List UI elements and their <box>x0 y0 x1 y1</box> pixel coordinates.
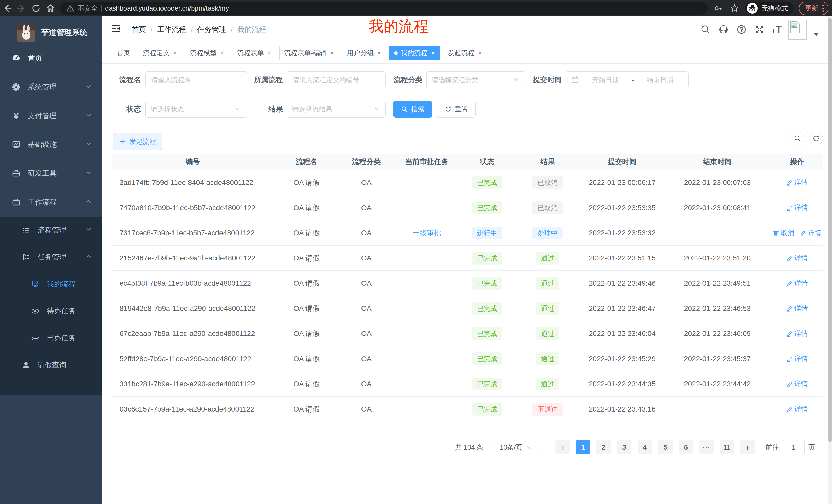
search-button[interactable]: 搜索 <box>393 101 432 118</box>
tab[interactable]: 我的流程 × <box>389 46 440 60</box>
page-scrollbar[interactable] <box>828 17 832 504</box>
filter-name-input[interactable] <box>151 76 241 84</box>
table-row[interactable]: 67c2eaab-7b9a-11ec-a290-acde48001122 OA … <box>112 321 823 346</box>
toggle-search-button[interactable] <box>790 132 805 145</box>
filter-name-field[interactable] <box>145 72 247 88</box>
sidebar-item-process-management[interactable]: 流程管理 <box>0 217 102 244</box>
table-row[interactable]: 2152467e-7b9b-11ec-9a1b-acde48001122 OA … <box>112 246 823 271</box>
cancel-button[interactable]: 取消 <box>773 228 794 237</box>
filter-category-select[interactable]: 请选择流程分类 <box>426 72 525 88</box>
goto-page-input[interactable] <box>783 440 805 454</box>
tab-close-icon[interactable]: × <box>330 49 334 57</box>
detail-button[interactable]: 详情 <box>786 329 808 338</box>
page-number-button[interactable]: 6 <box>679 440 693 454</box>
fullscreen-icon[interactable] <box>754 24 765 35</box>
github-icon[interactable] <box>718 24 729 35</box>
font-size-icon[interactable]: TT <box>772 24 782 35</box>
sidebar-item-dev-tools[interactable]: 研发工具 <box>0 159 102 188</box>
tab[interactable]: 流程表单 × <box>232 46 276 60</box>
tab[interactable]: 流程模型 × <box>185 46 229 60</box>
end-date-placeholder[interactable]: 结束日期 <box>637 76 683 85</box>
page-number-button[interactable]: 2 <box>597 440 611 454</box>
sidebar-item-todo-tasks[interactable]: 待办任务 <box>0 298 102 325</box>
filter-definition-input[interactable] <box>292 76 380 84</box>
tab[interactable]: 用户分组 × <box>342 46 386 60</box>
detail-button[interactable]: 详情 <box>786 254 808 262</box>
tab-close-icon[interactable]: × <box>478 49 482 57</box>
sidebar-item-done-tasks[interactable]: 已办任务 <box>0 325 102 352</box>
page-number-button[interactable]: 3 <box>617 440 631 454</box>
tab-close-icon[interactable]: × <box>267 49 271 57</box>
sidebar-item-workflow[interactable]: 工作流程 <box>0 188 102 217</box>
browser-forward-button[interactable] <box>15 1 29 16</box>
help-icon[interactable] <box>736 24 747 35</box>
breadcrumb-home[interactable]: 首页 <box>132 25 146 34</box>
detail-button[interactable]: 详情 <box>800 228 822 237</box>
start-date-placeholder[interactable]: 开始日期 <box>582 76 629 85</box>
detail-button[interactable]: 详情 <box>786 380 808 388</box>
browser-update-button[interactable]: 更新 <box>799 2 828 15</box>
page-size-select[interactable]: 10条/页 <box>491 440 542 454</box>
avatar[interactable] <box>788 20 807 39</box>
filter-definition-field[interactable] <box>287 72 386 88</box>
page-number-button[interactable]: 4 <box>638 440 652 454</box>
tab-close-icon[interactable]: × <box>173 49 177 57</box>
page-number-button[interactable]: ··· <box>699 440 714 454</box>
table-row[interactable]: 331bc281-7b9a-11ec-a290-acde48001122 OA … <box>112 371 823 397</box>
filter-result-select[interactable]: 请选择流结果 <box>287 101 386 118</box>
scrollbar-thumb[interactable] <box>828 18 832 442</box>
filter-status-select[interactable]: 请选择状态 <box>145 101 247 118</box>
table-row[interactable]: 7470a810-7b9b-11ec-b5b7-acde48001122 OA … <box>112 195 823 220</box>
tab-close-icon[interactable]: × <box>220 49 224 57</box>
browser-reload-button[interactable] <box>29 1 43 16</box>
avatar-dropdown-caret[interactable] <box>813 33 818 36</box>
detail-button[interactable]: 详情 <box>786 304 808 313</box>
search-icon[interactable] <box>700 24 711 35</box>
table-row[interactable]: 52ffd28e-7b9a-11ec-a290-acde48001122 OA … <box>112 346 823 371</box>
refresh-table-button[interactable] <box>809 132 823 145</box>
sidebar-item-task-management[interactable]: 任务管理 <box>0 244 102 271</box>
browser-back-button[interactable] <box>0 1 15 16</box>
sidebar-collapse-button[interactable] <box>110 23 122 34</box>
address-bar[interactable]: 不安全 dashboard.yudao.iocoder.cn/bpm/task/… <box>60 2 708 15</box>
table-row[interactable]: 819442e8-7b9a-11ec-a290-acde48001122 OA … <box>112 296 823 321</box>
prev-page-button[interactable]: ‹ <box>555 440 570 454</box>
sidebar-item-infrastructure[interactable]: 基础设施 <box>0 130 102 159</box>
page-number-button[interactable]: 1 <box>576 440 590 454</box>
tab-close-icon[interactable]: × <box>431 49 435 57</box>
browser-home-button[interactable] <box>43 1 58 16</box>
page-number-button[interactable]: 11 <box>720 440 734 454</box>
tab-close-icon[interactable]: × <box>377 49 381 57</box>
sidebar-item-leave-query[interactable]: 请假查询 <box>0 352 102 379</box>
filter-result-label: 结果 <box>242 101 283 118</box>
detail-button[interactable]: 详情 <box>786 404 808 414</box>
table-row[interactable]: 7317cec6-7b9b-11ec-b5b7-acde48001122 OA … <box>112 220 823 246</box>
tab[interactable]: 发起流程 × <box>443 46 487 60</box>
tab[interactable]: 流程定义 × <box>138 46 182 60</box>
breadcrumb-workflow[interactable]: 工作流程 <box>157 25 186 34</box>
bookmark-star-icon[interactable] <box>729 3 740 14</box>
reset-button[interactable]: 重置 <box>437 101 476 118</box>
sidebar-item-home[interactable]: 首页 <box>0 44 102 73</box>
detail-button[interactable]: 详情 <box>786 203 808 212</box>
current-task-link[interactable]: 一级审批 <box>412 229 441 237</box>
page-number-button[interactable]: 5 <box>658 440 673 454</box>
table-row[interactable]: 3ad174fb-7b9d-11ec-8404-acde48001122 OA … <box>112 170 823 195</box>
create-process-button[interactable]: 发起流程 <box>113 133 162 150</box>
sidebar-item-payment[interactable]: ¥ 支付管理 <box>0 102 102 130</box>
password-key-icon[interactable] <box>712 3 724 14</box>
sidebar-item-my-process[interactable]: 我的流程 <box>0 271 102 298</box>
tab[interactable]: 流程表单-编辑 × <box>280 46 339 60</box>
sidebar-item-system[interactable]: 系统管理 <box>0 73 102 102</box>
table-row[interactable]: ec45f38f-7b9a-11ec-b03b-acde48001122 OA … <box>112 271 823 296</box>
app-logo-row[interactable]: 芋道管理系统 <box>0 20 102 45</box>
browser-menu-icon[interactable] <box>823 5 824 11</box>
detail-button[interactable]: 详情 <box>786 279 808 288</box>
next-page-button[interactable]: › <box>740 440 755 454</box>
breadcrumb-task-management[interactable]: 任务管理 <box>198 25 226 34</box>
detail-button[interactable]: 详情 <box>786 354 808 363</box>
table-row[interactable]: 03c6c157-7b9a-11ec-a290-acde48001122 OA … <box>112 397 823 422</box>
tab[interactable]: 首页 <box>112 46 135 60</box>
filter-date-range[interactable]: 开始日期 - 结束日期 <box>566 72 688 88</box>
detail-button[interactable]: 详情 <box>786 178 808 187</box>
